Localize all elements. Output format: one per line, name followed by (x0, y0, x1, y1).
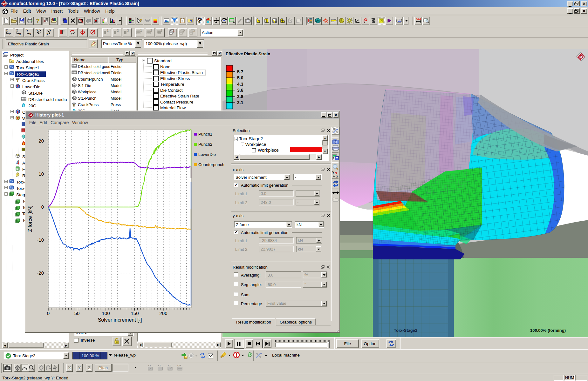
svg-text:x: x (336, 175, 338, 177)
svg-text:X,Y,Z: X,Y,Z (416, 18, 421, 20)
svg-text:Counterpunch: Counterpunch (198, 162, 224, 167)
svg-text:Material Flow: Material Flow (160, 105, 186, 110)
svg-text:2.1: 2.1 (237, 100, 243, 105)
svg-text:Effective Strain Rate: Effective Strain Rate (160, 94, 199, 98)
svg-text:50: 50 (74, 311, 80, 316)
svg-text:X: X (39, 29, 41, 32)
svg-text:LowerDie: LowerDie (198, 152, 216, 157)
svg-text:Model: Model (111, 77, 121, 82)
svg-text:St1-Punch: St1-Punch (78, 96, 96, 101)
svg-text:X: X (19, 33, 21, 36)
svg-text:3.6: 3.6 (237, 88, 243, 93)
svg-text:Z: Z (6, 29, 8, 32)
svg-text:20C: 20C (28, 104, 36, 108)
svg-text:-10: -10 (37, 237, 44, 243)
svg-text:X: X (29, 33, 31, 36)
svg-text:Solver increment [-]: Solver increment [-] (98, 317, 142, 323)
svg-text:Contact Pressure: Contact Pressure (160, 100, 193, 104)
svg-text:5.0: 5.0 (237, 75, 243, 80)
svg-text:Torx-Stage2: Torx-Stage2 (394, 328, 417, 333)
svg-text:?: ? (140, 18, 142, 23)
svg-text:Press: Press (111, 103, 121, 107)
svg-text:?: ? (36, 18, 39, 24)
svg-text:200: 200 (159, 311, 167, 316)
svg-text:5.7: 5.7 (237, 69, 243, 74)
svg-text:1: 1 (107, 29, 109, 32)
svg-text:0: 0 (41, 204, 44, 210)
svg-text:Counterpunch: Counterpunch (78, 77, 103, 82)
svg-text:Project: Project (10, 53, 24, 57)
svg-text:Y: Y (332, 171, 334, 175)
svg-text:Model: Model (111, 90, 121, 94)
svg-text:DB.steel-cold-medi...: DB.steel-cold-medi... (78, 71, 113, 75)
svg-text:DB.steel-cold-good: DB.steel-cold-good (78, 64, 110, 69)
svg-text:Model: Model (111, 84, 121, 88)
svg-text:Die Contact: Die Contact (160, 88, 183, 93)
svg-text:4.3: 4.3 (237, 82, 243, 87)
svg-text:Torx-Stage1: Torx-Stage1 (16, 65, 39, 70)
svg-text:Y: Y (36, 29, 38, 32)
svg-text:Model: Model (111, 96, 121, 101)
svg-text:XY: XY (148, 364, 151, 367)
svg-text:-20: -20 (37, 270, 44, 276)
svg-text:2: 2 (183, 29, 185, 33)
svg-text:Punch1: Punch1 (198, 132, 212, 137)
svg-text:0: 0 (47, 311, 50, 316)
svg-text:100.00% (forming): 100.00% (forming) (530, 328, 566, 333)
svg-text:1: 1 (140, 29, 142, 32)
svg-text:OP: OP (177, 364, 181, 367)
svg-text:Y: Y (9, 33, 11, 36)
svg-text:Z: Z (16, 29, 18, 32)
svg-text:CrankPress: CrankPress (22, 78, 45, 83)
svg-text:St1-Die: St1-Die (28, 91, 43, 96)
svg-text:3: 3 (193, 29, 195, 33)
svg-text:Frictio: Frictio (111, 71, 121, 75)
svg-text:sf: sf (579, 55, 582, 59)
svg-text:3: 3 (161, 29, 162, 32)
svg-text:20: 20 (38, 138, 44, 144)
svg-text:Standard: Standard (154, 58, 172, 63)
svg-text:Additional files: Additional files (16, 59, 44, 64)
svg-text:YZ: YZ (168, 364, 171, 367)
svg-text:3: 3 (127, 29, 129, 32)
svg-text:LowerDie: LowerDie (22, 84, 40, 89)
svg-text:2: 2 (150, 29, 152, 32)
svg-text:XZ: XZ (158, 364, 161, 367)
svg-text:2: 2 (117, 29, 119, 32)
svg-text:X: X (49, 29, 51, 32)
svg-text:1: 1 (173, 29, 175, 33)
svg-text:10: 10 (38, 171, 44, 177)
svg-text:Y: Y (46, 32, 48, 36)
svg-text:CrankPress: CrankPress (78, 103, 99, 107)
svg-text:Punch2: Punch2 (198, 142, 212, 147)
svg-text:DB.steel-cold-mediu: DB.steel-cold-mediu (28, 97, 67, 102)
svg-text:Temperature: Temperature (160, 82, 184, 87)
svg-text:Torx-Stage2: Torx-Stage2 (16, 72, 39, 77)
svg-text:Effective Plastic Strain: Effective Plastic Strain (226, 51, 270, 56)
svg-text:St1-Die: St1-Die (78, 84, 91, 88)
svg-text:150: 150 (131, 311, 139, 316)
svg-text:Effective Stress: Effective Stress (160, 76, 190, 81)
svg-text:Workpiece: Workpiece (78, 90, 97, 94)
svg-text:Frictio: Frictio (111, 64, 121, 69)
svg-text:Z force [kN]: Z force [kN] (27, 206, 33, 232)
svg-text:100: 100 (102, 311, 110, 316)
svg-text:None: None (160, 64, 170, 69)
svg-text:Effective Plastic Strain: Effective Plastic Strain (160, 70, 203, 75)
svg-text:sf: sf (29, 114, 32, 117)
svg-text:Y: Y (26, 29, 28, 32)
svg-text:2.8: 2.8 (237, 94, 243, 99)
